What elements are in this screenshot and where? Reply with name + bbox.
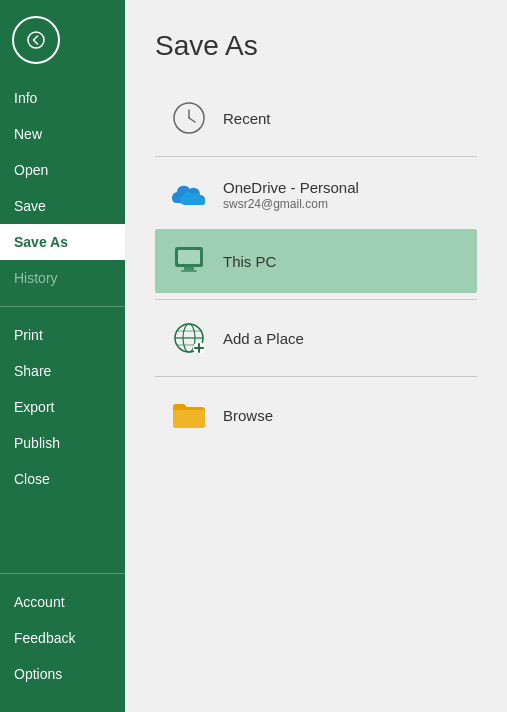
nav-spacer (0, 497, 125, 563)
sidebar-item-export[interactable]: Export (0, 389, 125, 425)
location-text-recent: Recent (223, 110, 271, 127)
sidebar-item-options[interactable]: Options (0, 656, 125, 692)
sidebar-item-print[interactable]: Print (0, 317, 125, 353)
svg-rect-6 (184, 267, 194, 270)
svg-rect-7 (181, 270, 197, 272)
divider-1 (155, 156, 477, 157)
sidebar-item-account[interactable]: Account (0, 584, 125, 620)
page-title: Save As (155, 30, 477, 62)
location-item-this-pc[interactable]: This PC (155, 229, 477, 293)
sidebar-item-feedback[interactable]: Feedback (0, 620, 125, 656)
location-name-this-pc: This PC (223, 253, 276, 270)
location-text-browse: Browse (223, 407, 273, 424)
location-text-add-place: Add a Place (223, 330, 304, 347)
sidebar-item-share[interactable]: Share (0, 353, 125, 389)
sidebar-item-close[interactable]: Close (0, 461, 125, 497)
nav-bottom: Account Feedback Options (0, 584, 125, 712)
sidebar-item-new[interactable]: New (0, 116, 125, 152)
location-list: Recent OneDrive - Personal swsr24@gmail.… (155, 86, 477, 447)
svg-rect-5 (178, 250, 200, 264)
nav-divider-1 (0, 306, 125, 307)
back-button[interactable] (12, 16, 60, 64)
location-item-onedrive[interactable]: OneDrive - Personal swsr24@gmail.com (155, 163, 477, 227)
location-text-this-pc: This PC (223, 253, 276, 270)
sidebar-item-info[interactable]: Info (0, 80, 125, 116)
svg-line-3 (189, 118, 195, 122)
globe-icon (169, 318, 209, 358)
location-name-onedrive: OneDrive - Personal (223, 179, 359, 196)
sidebar-item-open[interactable]: Open (0, 152, 125, 188)
sidebar: Info New Open Save Save As History Print… (0, 0, 125, 712)
sidebar-item-save-as[interactable]: Save As (0, 224, 125, 260)
nav-divider-2 (0, 573, 125, 574)
location-item-add-place[interactable]: Add a Place (155, 306, 477, 370)
folder-icon (169, 395, 209, 435)
svg-point-0 (28, 32, 44, 48)
divider-2 (155, 299, 477, 300)
location-name-recent: Recent (223, 110, 271, 127)
main-content: Save As Recent (125, 0, 507, 712)
divider-3 (155, 376, 477, 377)
sidebar-item-publish[interactable]: Publish (0, 425, 125, 461)
location-name-browse: Browse (223, 407, 273, 424)
pc-icon (169, 241, 209, 281)
location-item-recent[interactable]: Recent (155, 86, 477, 150)
location-item-browse[interactable]: Browse (155, 383, 477, 447)
sidebar-item-save[interactable]: Save (0, 188, 125, 224)
cloud-icon (169, 175, 209, 215)
location-text-onedrive: OneDrive - Personal swsr24@gmail.com (223, 179, 359, 211)
location-sub-onedrive: swsr24@gmail.com (223, 197, 359, 211)
location-name-add-place: Add a Place (223, 330, 304, 347)
sidebar-item-history: History (0, 260, 125, 296)
clock-icon (169, 98, 209, 138)
